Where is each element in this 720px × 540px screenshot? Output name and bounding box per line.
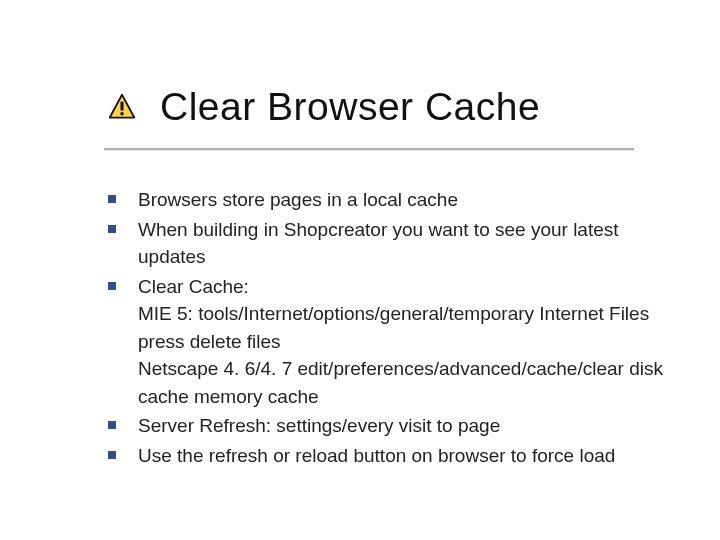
title-underline bbox=[104, 148, 634, 151]
list-item: When building in Shopcreator you want to… bbox=[108, 216, 670, 271]
square-bullet-icon bbox=[108, 421, 116, 429]
square-bullet-icon bbox=[108, 195, 116, 203]
list-item-text: Clear Cache:MIE 5: tools/Internet/option… bbox=[138, 273, 670, 411]
warning-icon bbox=[108, 93, 136, 121]
list-item: Browsers store pages in a local cache bbox=[108, 186, 670, 214]
slide-title: Clear Browser Cache bbox=[160, 85, 540, 129]
list-item-text: When building in Shopcreator you want to… bbox=[138, 216, 670, 271]
list-item: Clear Cache:MIE 5: tools/Internet/option… bbox=[108, 273, 670, 411]
title-row: Clear Browser Cache bbox=[108, 85, 680, 129]
square-bullet-icon bbox=[108, 451, 116, 459]
list-item-text: Server Refresh: settings/every visit to … bbox=[138, 412, 500, 440]
list-item: Server Refresh: settings/every visit to … bbox=[108, 412, 670, 440]
list-item: Use the refresh or reload button on brow… bbox=[108, 442, 670, 470]
slide: Clear Browser Cache Browsers store pages… bbox=[0, 0, 720, 540]
square-bullet-icon bbox=[108, 282, 116, 290]
svg-rect-1 bbox=[121, 102, 124, 111]
list-item-text: Browsers store pages in a local cache bbox=[138, 186, 458, 214]
list-item-text: Use the refresh or reload button on brow… bbox=[138, 442, 615, 470]
square-bullet-icon bbox=[108, 225, 116, 233]
svg-rect-2 bbox=[121, 112, 124, 115]
slide-body: Browsers store pages in a local cache Wh… bbox=[108, 186, 670, 471]
